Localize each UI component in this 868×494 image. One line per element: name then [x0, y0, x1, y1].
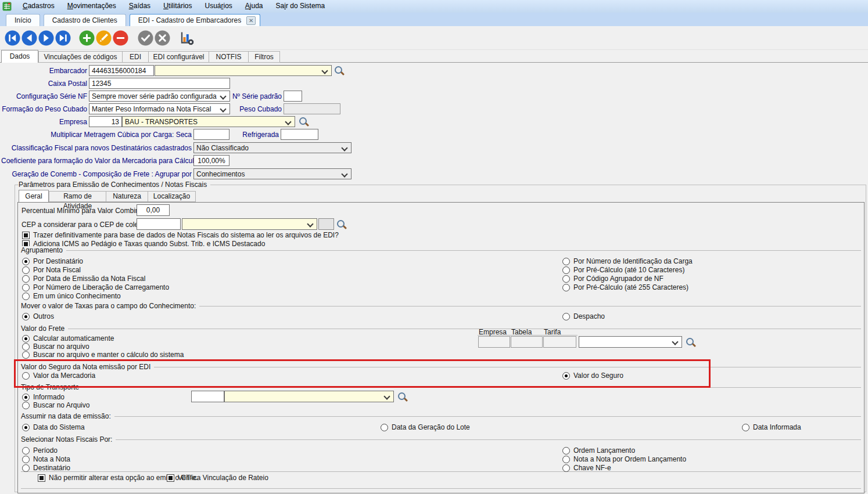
tab-filtros[interactable]: Filtros [248, 51, 280, 63]
tarifa-empresa-cell[interactable] [478, 336, 510, 348]
tab-edi-cadastro-de-embarcadores[interactable]: EDI - Cadastro de Embarcadores ✕ [130, 14, 260, 26]
radio-buscar-e-manter-calculo[interactable]: Buscar no arquivo e manter o cálculo do … [22, 351, 184, 359]
classificacao-fiscal-select[interactable]: Não Classificado [193, 142, 351, 153]
checkbox-verifica-vinculacao-rateio[interactable]: Verifica Vinculação de Rateio [167, 474, 268, 482]
tab-edi[interactable]: EDI [122, 51, 149, 63]
close-tab-icon[interactable]: ✕ [246, 16, 256, 25]
radio-buscar-no-arquivo-transporte[interactable]: Buscar no Arquivo [22, 402, 89, 409]
cep-search-icon[interactable] [336, 219, 347, 230]
tab-cadastro-de-clientes[interactable]: Cadastro de Clientes [44, 14, 126, 26]
radio-por-codigo-agrupador-nf[interactable]: Por Código Agrupador de NF [562, 275, 663, 283]
empresa-search-icon[interactable] [299, 117, 309, 127]
radio-informado[interactable]: Informado [22, 394, 64, 401]
menu-usuarios[interactable]: Usuários [198, 0, 238, 13]
confirm-button[interactable] [138, 30, 153, 46]
nav-next-button[interactable] [38, 30, 54, 46]
embarcador-search-icon[interactable] [334, 66, 345, 76]
nav-last-button[interactable] [55, 30, 71, 46]
embarcador-code-input[interactable] [89, 65, 154, 76]
cep-coleta-button[interactable] [318, 218, 334, 230]
radio-label: Por Destinatário [33, 258, 83, 265]
checkbox-trazer-definitivamente[interactable]: Trazer definitivamente para base de dado… [22, 232, 339, 239]
tab-cadastro-clientes-label: Cadastro de Clientes [52, 16, 117, 24]
tab-ramo-de-atividade[interactable]: Ramo de Atividade [49, 191, 106, 202]
tab-vinculacoes-de-codigos[interactable]: Vinculações de códigos [38, 51, 123, 63]
radio-calcular-automaticamente[interactable]: Calcular automaticamente [22, 335, 114, 342]
menu-utilitarios[interactable]: Utilitários [157, 0, 198, 13]
tipo-transporte-search-icon[interactable] [397, 392, 408, 402]
formacao-peso-cubado-value: Manter Peso Informado na Nota Fiscal [89, 104, 229, 113]
radio-nota-a-nota-ordem-lancamento[interactable]: Nota a Nota por Ordem Lançamento [562, 456, 686, 463]
cancel-button[interactable] [155, 30, 170, 46]
tab-notfis[interactable]: NOTFIS [209, 51, 249, 63]
percentual-minimo-input[interactable] [137, 204, 170, 216]
edit-button[interactable] [96, 30, 112, 46]
radio-ordem-lancamento[interactable]: Ordem Lançamento [562, 447, 635, 455]
coeficiente-input[interactable] [193, 155, 229, 166]
delete-button[interactable] [113, 30, 128, 46]
radio-data-do-sistema[interactable]: Data do Sistema [22, 424, 85, 431]
checkbox-icms-label: Adiciona ICMS ao Pedágio e Taxas quando … [33, 240, 265, 248]
tipo-transporte-group-title: Tipo de Transporte [21, 383, 83, 391]
nav-prev-button[interactable] [21, 30, 37, 46]
menu-ajuda[interactable]: Ajuda [239, 0, 270, 13]
geracao-conemb-select[interactable]: Conhecimentos [193, 168, 351, 179]
radio-em-um-unico-conhecimento[interactable]: Em um único Conhecimento [22, 293, 121, 300]
configuracao-serie-nf-select[interactable]: Sempre mover série padrão configurada [89, 91, 230, 102]
tarifa-tabela-cell[interactable] [511, 336, 543, 348]
nav-first-button[interactable] [5, 30, 20, 46]
empresa-combo[interactable]: BAU - TRANSPORTES [122, 116, 295, 127]
tarifa-combo[interactable] [579, 336, 682, 348]
menu-cadastros[interactable]: Cadastros [16, 0, 61, 13]
tab-dados[interactable]: Dados [1, 50, 38, 63]
radio-despacho[interactable]: Despacho [562, 313, 605, 320]
metragem-seca-input[interactable] [193, 129, 229, 140]
radio-valor-do-seguro[interactable]: Valor do Seguro [562, 372, 623, 380]
radio-data-informada[interactable]: Data Informada [742, 424, 801, 431]
metragem-refrigerada-input[interactable] [281, 129, 318, 140]
cep-coleta-input[interactable] [137, 218, 181, 230]
tipo-transporte-code-input[interactable] [191, 391, 224, 402]
tab-edi-label: EDI - Cadastro de Embarcadores [138, 16, 241, 24]
embarcador-combo[interactable] [155, 65, 332, 76]
tipo-transporte-combo[interactable] [224, 391, 394, 402]
cep-coleta-combo[interactable] [182, 218, 317, 230]
radio-por-destinatario[interactable]: Por Destinatário [22, 258, 83, 265]
radio-buscar-no-arquivo[interactable]: Buscar no arquivo [22, 343, 89, 351]
radio-icon [22, 402, 30, 409]
menu-movimentacoes[interactable]: Movimentações [61, 0, 123, 13]
radio-valor-da-mercadoria[interactable]: Valor da Mercadoria [22, 372, 95, 380]
radio-por-numero-identificacao-carga[interactable]: Por Número de Identificação da Carga [562, 258, 693, 265]
tarifa-search-icon[interactable] [686, 337, 696, 348]
radio-icon [22, 351, 30, 359]
radio-chave-nf-e[interactable]: Chave NF-e [562, 464, 611, 472]
tarifa-tarifa-cell[interactable] [543, 336, 576, 348]
tab-localizacao[interactable]: Localização [148, 191, 196, 202]
radio-nota-a-nota[interactable]: Nota a Nota [22, 456, 70, 463]
menu-saidas[interactable]: Saídas [123, 0, 157, 13]
report-chart-settings-button[interactable] [179, 30, 195, 46]
radio-por-nota-fiscal[interactable]: Por Nota Fiscal [22, 266, 81, 274]
menu-sair-do-sistema[interactable]: Sair do Sistema [270, 0, 332, 13]
radio-data-geracao-lote[interactable]: Data da Geração do Lote [381, 424, 470, 431]
tab-inicio-label: Início [15, 16, 31, 24]
radio-por-numero-liberacao[interactable]: Por Número de Liberação de Carregamento [22, 284, 169, 291]
radio-por-pre-calculo-10[interactable]: Por Pré-Cálculo (até 10 Caracteres) [562, 266, 684, 274]
tab-inicio[interactable]: Início [6, 14, 40, 26]
tab-natureza[interactable]: Natureza [106, 191, 148, 202]
grid-header-tarifa: Tarifa [544, 328, 561, 336]
add-button[interactable] [79, 30, 95, 46]
empresa-code-input[interactable] [89, 116, 122, 127]
tab-geral[interactable]: Geral [19, 190, 49, 202]
caixa-postal-input[interactable] [89, 78, 230, 89]
app-icon [2, 2, 12, 13]
radio-periodo[interactable]: Período [22, 447, 58, 455]
num-serie-padrao-input[interactable] [284, 91, 302, 102]
tab-edi-configuravel[interactable]: EDI configurável [148, 51, 209, 63]
cep-coleta-label: CEP a considerar para o CEP de coleta [21, 221, 135, 229]
radio-destinatario[interactable]: Destinatário [22, 464, 70, 472]
formacao-peso-cubado-select[interactable]: Manter Peso Informado na Nota Fiscal [89, 103, 230, 114]
radio-por-data-emissao-nf[interactable]: Por Data de Emissão da Nota Fiscal [22, 275, 145, 283]
radio-por-pre-calculo-255[interactable]: Por Pré-Cálculo (até 255 Caracteres) [562, 284, 688, 291]
radio-outros[interactable]: Outros [22, 313, 54, 320]
